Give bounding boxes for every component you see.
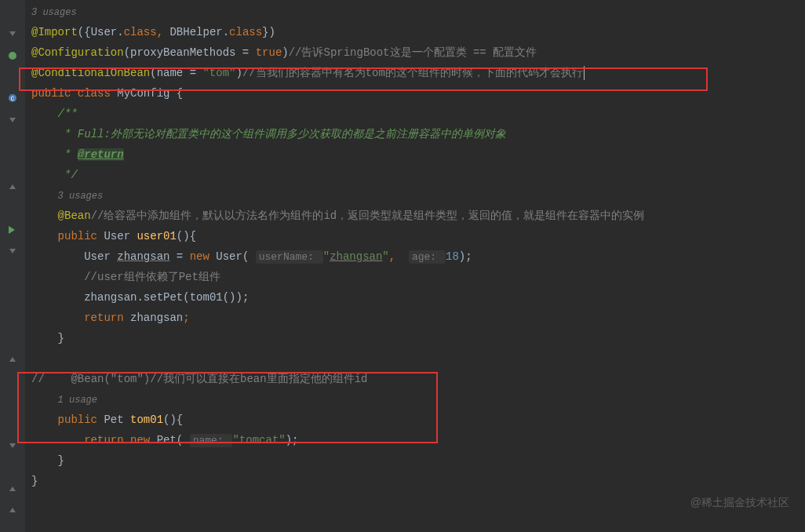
usage-hint-line: 3 usages xyxy=(31,2,805,23)
code-line: public class MyConfig { xyxy=(31,84,805,104)
editor-gutter: C xyxy=(0,0,25,532)
gutter-fold-end-icon[interactable] xyxy=(0,479,25,499)
text-cursor xyxy=(584,66,585,80)
usage-hint-line: 1 usage xyxy=(31,390,805,410)
code-line: } xyxy=(31,451,805,472)
code-line: @Configuration(proxyBeanMethods = true)/… xyxy=(31,43,805,64)
svg-point-0 xyxy=(9,52,16,60)
code-line: //user组件依赖了Pet组件 xyxy=(31,268,805,288)
usage-hint-line: 3 usages xyxy=(31,186,805,206)
gutter-fold-end-icon[interactable] xyxy=(0,177,25,197)
gutter-fold-end-icon[interactable] xyxy=(0,349,25,370)
gutter-fold-icon[interactable] xyxy=(0,241,25,261)
code-line-highlighted: @ConditionalOnBean(name = "tom")//当我们的容器… xyxy=(31,64,805,84)
code-editor[interactable]: 3 usages @Import({User.class, DBHelper.c… xyxy=(25,0,805,492)
code-line: /** xyxy=(31,104,805,125)
gutter-run-icon[interactable] xyxy=(0,220,24,240)
gutter-fold-icon[interactable] xyxy=(0,435,25,456)
code-line: * @return xyxy=(31,145,805,166)
code-line: public Pet tom01(){ xyxy=(31,410,805,431)
gutter-bean-icon[interactable] xyxy=(0,46,25,66)
gutter-class-icon[interactable]: C xyxy=(0,88,25,108)
code-line: return new Pet( name: "tomcat"); xyxy=(31,431,805,451)
code-line: public User user01(){ xyxy=(31,227,805,247)
blank-line xyxy=(31,349,805,370)
code-line: return zhangsan; xyxy=(31,308,805,329)
watermark: @稀土掘金技术社区 xyxy=(690,493,789,513)
code-line: User zhangsan = new User( userName: "zha… xyxy=(31,247,805,268)
code-line: } xyxy=(31,329,805,349)
code-line: @Import({User.class, DBHelper.class}) xyxy=(31,23,805,43)
code-line: } xyxy=(31,472,805,492)
code-line: * Full:外部无论对配置类中的这个组件调用多少次获取的都是之前注册容器中的单… xyxy=(31,125,805,145)
gutter-fold-end-icon[interactable] xyxy=(0,500,25,520)
code-line: zhangsan.setPet(tom01()); xyxy=(31,288,805,308)
code-line: @Bean//给容器中添加组件，默认以方法名作为组件的id，返回类型就是组件类型… xyxy=(31,206,805,227)
code-line-highlighted: // @Bean("tom")//我们可以直接在bean里面指定他的组件id xyxy=(31,370,805,390)
gutter-fold-icon[interactable] xyxy=(0,24,25,44)
gutter-fold-icon[interactable] xyxy=(0,110,25,130)
svg-text:C: C xyxy=(11,95,15,102)
code-line: */ xyxy=(31,166,805,186)
